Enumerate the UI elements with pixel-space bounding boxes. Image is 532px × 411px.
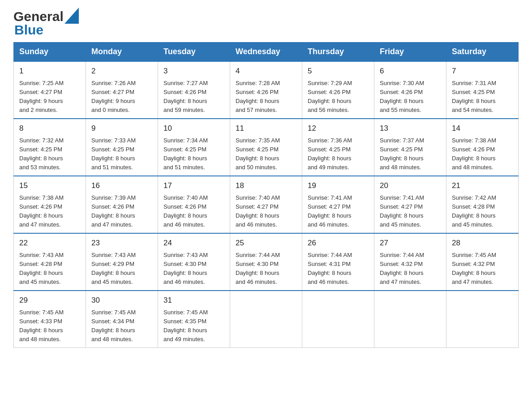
day-cell: 22 Sunrise: 7:43 AMSunset: 4:28 PMDaylig…	[14, 233, 86, 291]
day-info: Sunrise: 7:27 AMSunset: 4:26 PMDaylight:…	[163, 79, 224, 115]
day-number: 17	[163, 180, 224, 192]
day-cell: 16 Sunrise: 7:39 AMSunset: 4:26 PMDaylig…	[86, 176, 158, 233]
day-cell: 30 Sunrise: 7:45 AMSunset: 4:34 PMDaylig…	[86, 291, 158, 348]
svg-marker-0	[64, 8, 79, 24]
day-number: 26	[308, 237, 369, 249]
day-number: 20	[380, 180, 441, 192]
day-number: 13	[380, 123, 441, 134]
day-info: Sunrise: 7:30 AMSunset: 4:26 PMDaylight:…	[380, 79, 441, 115]
day-info: Sunrise: 7:40 AMSunset: 4:27 PMDaylight:…	[236, 193, 296, 230]
day-number: 30	[91, 295, 152, 306]
day-info: Sunrise: 7:45 AMSunset: 4:32 PMDaylight:…	[452, 251, 513, 287]
day-cell: 3 Sunrise: 7:27 AMSunset: 4:26 PMDayligh…	[158, 61, 230, 119]
day-cell: 31 Sunrise: 7:45 AMSunset: 4:35 PMDaylig…	[158, 291, 230, 348]
day-cell: 2 Sunrise: 7:26 AMSunset: 4:27 PMDayligh…	[86, 61, 158, 119]
day-number: 16	[91, 180, 152, 192]
day-info: Sunrise: 7:41 AMSunset: 4:27 PMDaylight:…	[308, 193, 369, 230]
day-cell: 14 Sunrise: 7:38 AMSunset: 4:26 PMDaylig…	[446, 119, 519, 176]
day-cell: 20 Sunrise: 7:41 AMSunset: 4:27 PMDaylig…	[374, 176, 446, 233]
day-info: Sunrise: 7:36 AMSunset: 4:25 PMDaylight:…	[308, 136, 369, 172]
day-info: Sunrise: 7:37 AMSunset: 4:25 PMDaylight:…	[380, 136, 441, 172]
day-info: Sunrise: 7:31 AMSunset: 4:25 PMDaylight:…	[452, 79, 513, 115]
day-number: 14	[452, 123, 513, 134]
week-row-2: 8 Sunrise: 7:32 AMSunset: 4:25 PMDayligh…	[14, 119, 519, 176]
day-number: 25	[236, 237, 296, 249]
day-cell: 17 Sunrise: 7:40 AMSunset: 4:26 PMDaylig…	[158, 176, 230, 233]
day-number: 10	[163, 123, 224, 134]
day-cell: 8 Sunrise: 7:32 AMSunset: 4:25 PMDayligh…	[14, 119, 86, 176]
day-cell: 11 Sunrise: 7:35 AMSunset: 4:25 PMDaylig…	[230, 119, 302, 176]
day-number: 3	[163, 65, 224, 77]
logo-blue: Blue	[14, 22, 43, 38]
header-friday: Friday	[374, 43, 446, 62]
day-number: 31	[163, 295, 224, 306]
day-number: 27	[380, 237, 441, 249]
day-cell	[446, 291, 519, 348]
day-number: 29	[19, 295, 80, 306]
day-info: Sunrise: 7:35 AMSunset: 4:25 PMDaylight:…	[236, 136, 296, 172]
day-cell	[302, 291, 374, 348]
day-number: 9	[91, 123, 152, 134]
logo-general: General	[13, 9, 64, 24]
day-cell	[374, 291, 446, 348]
day-number: 8	[19, 123, 80, 134]
week-row-5: 29 Sunrise: 7:45 AMSunset: 4:33 PMDaylig…	[14, 291, 519, 348]
calendar-table: SundayMondayTuesdayWednesdayThursdayFrid…	[13, 42, 519, 348]
day-number: 2	[91, 65, 152, 77]
day-cell: 29 Sunrise: 7:45 AMSunset: 4:33 PMDaylig…	[14, 291, 86, 348]
day-cell: 5 Sunrise: 7:29 AMSunset: 4:26 PMDayligh…	[302, 61, 374, 119]
day-cell: 21 Sunrise: 7:42 AMSunset: 4:28 PMDaylig…	[446, 176, 519, 233]
header-thursday: Thursday	[302, 43, 374, 62]
day-info: Sunrise: 7:44 AMSunset: 4:32 PMDaylight:…	[380, 251, 441, 287]
day-info: Sunrise: 7:38 AMSunset: 4:26 PMDaylight:…	[19, 193, 80, 230]
day-info: Sunrise: 7:25 AMSunset: 4:27 PMDaylight:…	[19, 79, 80, 115]
day-info: Sunrise: 7:43 AMSunset: 4:29 PMDaylight:…	[91, 251, 152, 287]
day-cell: 7 Sunrise: 7:31 AMSunset: 4:25 PMDayligh…	[446, 61, 519, 119]
header-sunday: Sunday	[14, 43, 86, 62]
day-cell: 28 Sunrise: 7:45 AMSunset: 4:32 PMDaylig…	[446, 233, 519, 291]
day-info: Sunrise: 7:45 AMSunset: 4:33 PMDaylight:…	[19, 308, 80, 344]
day-number: 4	[236, 65, 296, 77]
day-cell: 23 Sunrise: 7:43 AMSunset: 4:29 PMDaylig…	[86, 233, 158, 291]
day-info: Sunrise: 7:32 AMSunset: 4:25 PMDaylight:…	[19, 136, 80, 172]
day-number: 15	[19, 180, 80, 192]
day-number: 18	[236, 180, 296, 192]
day-cell	[230, 291, 302, 348]
day-number: 7	[452, 65, 513, 77]
day-cell: 18 Sunrise: 7:40 AMSunset: 4:27 PMDaylig…	[230, 176, 302, 233]
day-cell: 10 Sunrise: 7:34 AMSunset: 4:25 PMDaylig…	[158, 119, 230, 176]
day-number: 5	[308, 65, 369, 77]
day-number: 23	[91, 237, 152, 249]
day-info: Sunrise: 7:34 AMSunset: 4:25 PMDaylight:…	[163, 136, 224, 172]
day-cell: 19 Sunrise: 7:41 AMSunset: 4:27 PMDaylig…	[302, 176, 374, 233]
day-info: Sunrise: 7:38 AMSunset: 4:26 PMDaylight:…	[452, 136, 513, 172]
day-number: 6	[380, 65, 441, 77]
day-cell: 15 Sunrise: 7:38 AMSunset: 4:26 PMDaylig…	[14, 176, 86, 233]
day-info: Sunrise: 7:41 AMSunset: 4:27 PMDaylight:…	[380, 193, 441, 230]
day-number: 28	[452, 237, 513, 249]
day-info: Sunrise: 7:39 AMSunset: 4:26 PMDaylight:…	[91, 193, 152, 230]
day-cell: 26 Sunrise: 7:44 AMSunset: 4:31 PMDaylig…	[302, 233, 374, 291]
day-cell: 27 Sunrise: 7:44 AMSunset: 4:32 PMDaylig…	[374, 233, 446, 291]
week-row-1: 1 Sunrise: 7:25 AMSunset: 4:27 PMDayligh…	[14, 61, 519, 119]
day-cell: 9 Sunrise: 7:33 AMSunset: 4:25 PMDayligh…	[86, 119, 158, 176]
day-info: Sunrise: 7:43 AMSunset: 4:30 PMDaylight:…	[163, 251, 224, 287]
header-saturday: Saturday	[446, 43, 519, 62]
day-info: Sunrise: 7:26 AMSunset: 4:27 PMDaylight:…	[91, 79, 152, 115]
day-cell: 4 Sunrise: 7:28 AMSunset: 4:26 PMDayligh…	[230, 61, 302, 119]
logo-icon	[64, 8, 79, 24]
day-number: 11	[236, 123, 296, 134]
day-number: 22	[19, 237, 80, 249]
day-number: 1	[19, 65, 80, 77]
header-monday: Monday	[86, 43, 158, 62]
day-number: 12	[308, 123, 369, 134]
day-info: Sunrise: 7:43 AMSunset: 4:28 PMDaylight:…	[19, 251, 80, 287]
day-number: 24	[163, 237, 224, 249]
day-number: 19	[308, 180, 369, 192]
day-cell: 13 Sunrise: 7:37 AMSunset: 4:25 PMDaylig…	[374, 119, 446, 176]
header-tuesday: Tuesday	[158, 43, 230, 62]
day-info: Sunrise: 7:29 AMSunset: 4:26 PMDaylight:…	[308, 79, 369, 115]
page-header: General Blue	[13, 9, 519, 38]
day-cell: 25 Sunrise: 7:44 AMSunset: 4:30 PMDaylig…	[230, 233, 302, 291]
day-info: Sunrise: 7:44 AMSunset: 4:30 PMDaylight:…	[236, 251, 296, 287]
